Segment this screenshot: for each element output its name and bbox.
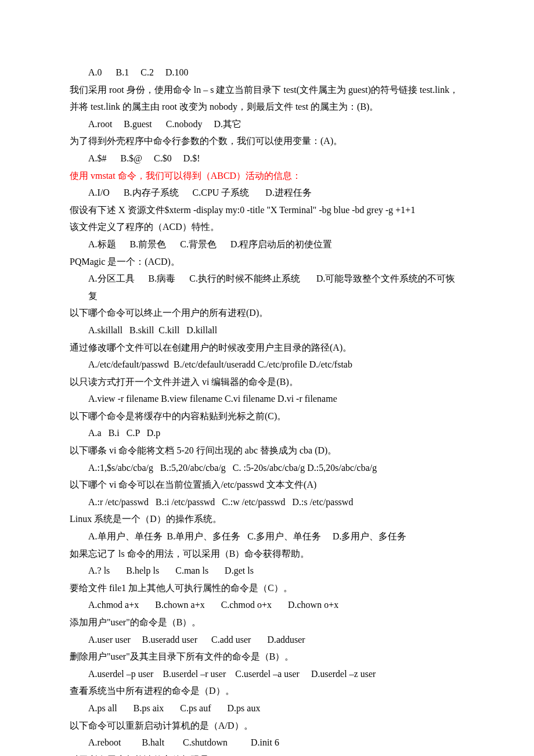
text-line: 查看系统当中所有进程的命令是（D）。 bbox=[70, 682, 464, 700]
text-line: 我们采用 root 身份，使用命令 ln – s 建立当前目录下 test(文件… bbox=[70, 81, 464, 116]
text-line: A.I/O B.内存子系统 C.CPU 子系统 D.进程任务 bbox=[70, 184, 464, 201]
text-line: 假设有下述 X 资源文件$xterm -display my:0 -title … bbox=[70, 201, 464, 219]
text-line: A.? ls B.help ls C.man ls D.get ls bbox=[70, 562, 464, 579]
text-line: 添加用户"user"的命令是（B）。 bbox=[70, 614, 464, 631]
text-line: A.reboot B.halt C.shutdown D.init 6 bbox=[70, 734, 464, 751]
text-line: A.$# B.$@ C.$0 D.$! bbox=[70, 150, 464, 167]
text-line: A.:r /etc/passwd B.:i /etc/passwd C.:w /… bbox=[70, 494, 464, 511]
text-line: A.skillall B.skill C.kill D.killall bbox=[70, 322, 464, 339]
text-line: A.单用户、单任务 B.单用户、多任务 C.多用户、单任务 D.多用户、多任务 bbox=[70, 528, 464, 545]
text-line: 以下哪条 vi 命令能将文档 5-20 行间出现的 abc 替换成为 cba (… bbox=[70, 442, 464, 459]
text-line: 以只读方式打开一个文件并进入 vi 编辑器的命令是(B)。 bbox=[70, 373, 464, 391]
text-line: A.标题 B.前景色 C.背景色 D.程序启动后的初使位置 bbox=[70, 236, 464, 253]
text-line: 要给文件 file1 加上其他人可执行属性的命令是（C）。 bbox=[70, 579, 464, 597]
text-line: 以下哪个命令可以终止一个用户的所有进程(D)。 bbox=[70, 304, 464, 322]
text-line: 删除用户"user"及其主目录下所有文件的命令是（B）。 bbox=[70, 648, 464, 665]
text-line: PQMagic 是一个：(ACD)。 bbox=[70, 253, 464, 271]
text-line: 以下哪个 vi 命令可以在当前位置插入/etc/passwd 文本文件(A) bbox=[70, 476, 464, 494]
document-body: A.0 B.1 C.2 D.100我们采用 root 身份，使用命令 ln – … bbox=[70, 64, 464, 756]
text-line: 以下命令可以重新启动计算机的是（A/D）。 bbox=[70, 717, 464, 735]
text-line: A.0 B.1 C.2 D.100 bbox=[70, 64, 464, 81]
text-line: Linux 系统是一个（D）的操作系统。 bbox=[70, 510, 464, 528]
text-line: 通过修改哪个文件可以在创建用户的时候改变用户主目录的路径(A)。 bbox=[70, 339, 464, 357]
text-line: 对于所有用户都能读的文件权限是（ABC）。 bbox=[70, 751, 464, 756]
text-line: A.chmod a+x B.chown a+x C.chmod o+x D.ch… bbox=[70, 596, 464, 614]
text-line: A.ps all B.ps aix C.ps auf D.ps aux bbox=[70, 700, 464, 717]
text-line: A./etc/default/passwd B./etc/default/use… bbox=[70, 356, 464, 373]
text-line: 为了得到外壳程序中命令行参数的个数，我们可以使用变量：(A)。 bbox=[70, 132, 464, 150]
text-line: A.a B.i C.P D.p bbox=[70, 424, 464, 442]
text-line: A.user user B.useradd user C.add user D.… bbox=[70, 631, 464, 649]
text-line: A.view -r filename B.view filename C.vi … bbox=[70, 390, 464, 408]
text-line: A.root B.guest C.nobody D.其它 bbox=[70, 116, 464, 133]
text-line: 使用 vmstat 命令，我们可以得到（ABCD）活动的信息： bbox=[70, 167, 464, 185]
text-line: A.:1,$s/abc/cba/g B.:5,20/abc/cba/g C. :… bbox=[70, 459, 464, 477]
text-line: 该文件定义了程序的（ACD）特性。 bbox=[70, 218, 464, 236]
text-line: 以下哪个命令是将缓存中的内容粘贴到光标之前(C)。 bbox=[70, 408, 464, 425]
text-line: A.userdel –p user B.userdel –r user C.us… bbox=[70, 665, 464, 683]
text-line: 如果忘记了 ls 命令的用法，可以采用（B）命令获得帮助。 bbox=[70, 545, 464, 563]
text-line: A.分区工具 B.病毒 C.执行的时候不能终止系统 D.可能导致整个文件系统的不… bbox=[70, 270, 464, 304]
document-page: A.0 B.1 C.2 D.100我们采用 root 身份，使用命令 ln – … bbox=[0, 0, 534, 756]
